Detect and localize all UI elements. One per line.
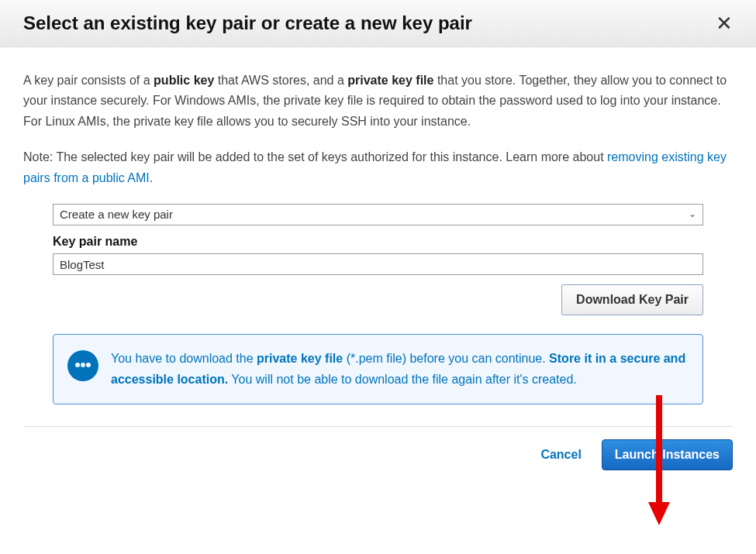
launch-instances-button[interactable]: Launch Instances: [602, 439, 733, 470]
desc-part: A key pair consists of a: [23, 74, 154, 87]
keypair-name-label: Key pair name: [53, 232, 703, 252]
info-text: You have to download the private key fil…: [111, 349, 687, 390]
info-part: You will not be able to download the fil…: [228, 373, 577, 386]
chevron-down-icon: ⌄: [689, 207, 696, 222]
info-bold-private-key-file: private key file: [257, 352, 343, 365]
select-value: Create a new key pair: [60, 205, 173, 225]
desc-bold-public-key: public key: [154, 74, 214, 87]
dialog-title: Select an existing key pair or create a …: [23, 12, 472, 34]
dialog-footer: Cancel Launch Instances: [23, 426, 733, 483]
svg-marker-1: [648, 502, 670, 525]
note-part: Note: The selected key pair will be adde…: [23, 150, 607, 163]
download-row: Download Key Pair: [53, 284, 703, 315]
info-part: You have to download the: [111, 352, 257, 365]
dialog-header: Select an existing key pair or create a …: [0, 0, 756, 47]
desc-bold-private-key-file: private key file: [347, 74, 433, 87]
close-icon[interactable]: ✕: [716, 13, 733, 33]
form-area: Create a new key pair ⌄ Key pair name Do…: [23, 204, 733, 404]
info-callout: You have to download the private key fil…: [53, 334, 703, 404]
download-keypair-button[interactable]: Download Key Pair: [561, 284, 703, 315]
note-part: .: [150, 171, 153, 184]
cancel-button[interactable]: Cancel: [540, 448, 581, 462]
description-text: A key pair consists of a public key that…: [23, 71, 733, 132]
info-part: (*.pem file) before you can continue.: [343, 352, 549, 365]
info-icon: [67, 350, 98, 381]
keypair-name-input[interactable]: [53, 253, 703, 275]
note-text: Note: The selected key pair will be adde…: [23, 147, 733, 188]
dialog-body: A key pair consists of a public key that…: [0, 47, 756, 404]
desc-part: that AWS stores, and a: [214, 74, 347, 87]
keypair-mode-select[interactable]: Create a new key pair ⌄: [53, 204, 703, 225]
